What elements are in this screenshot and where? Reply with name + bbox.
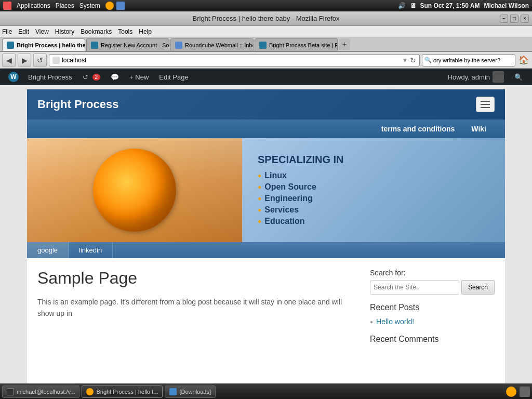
url-favicon xyxy=(52,57,60,64)
window-controls[interactable]: − □ × xyxy=(500,15,529,23)
url-input[interactable] xyxy=(62,57,400,64)
browser-search-input[interactable] xyxy=(433,57,513,63)
wp-search-button[interactable]: 🔍 xyxy=(509,69,528,85)
hamburger-button[interactable] xyxy=(476,97,495,112)
browser-search-bar[interactable]: 🔍 xyxy=(422,54,515,66)
username: Michael Wilson xyxy=(484,2,529,9)
volume-icon: 🔊 xyxy=(398,2,406,9)
new-tab-button[interactable]: + xyxy=(339,38,350,50)
sidebar-search-row: Search xyxy=(370,280,495,295)
edit-page-label: Edit Page xyxy=(159,73,188,81)
forward-button[interactable]: ▶ xyxy=(18,54,31,67)
os-icons xyxy=(105,2,125,10)
os-app-icon xyxy=(3,2,11,10)
close-button[interactable]: × xyxy=(521,15,529,23)
wp-comments-button[interactable]: 💬 xyxy=(105,69,124,85)
back-button[interactable]: ◀ xyxy=(2,54,16,67)
browser-titlebar: Bright Process | hello there baby - Mozi… xyxy=(0,11,532,26)
hero-item-engineering: ●Engineering xyxy=(258,193,495,204)
system-menu[interactable]: System xyxy=(79,2,100,9)
comments-icon: 💬 xyxy=(111,73,119,81)
history-menu[interactable]: History xyxy=(55,28,74,35)
systray-dl-icon[interactable] xyxy=(520,387,530,397)
wp-logo-button[interactable]: W xyxy=(4,69,23,85)
tab-bright-process-hello[interactable]: Bright Process | hello there ... ✕ xyxy=(2,38,85,51)
page-excerpt: This is an example page. It's different … xyxy=(37,296,360,320)
os-bar-left: Applications Places System xyxy=(3,2,125,10)
tab-roundcube[interactable]: Roundcube Webmail :: Inbox ✕ xyxy=(170,38,254,51)
wp-adminbar: W Bright Process ↺ 2 💬 + New Edit Page H… xyxy=(0,69,532,85)
datetime: Sun Oct 27, 1:50 AM xyxy=(420,2,480,9)
tab-icon xyxy=(91,42,98,49)
wp-edit-page-button[interactable]: Edit Page xyxy=(154,69,193,85)
places-menu[interactable]: Places xyxy=(56,2,74,9)
taskbar-downloads[interactable]: [Downloads] xyxy=(165,385,216,398)
link-bar-google[interactable]: google xyxy=(27,242,69,258)
website-content: Bright Process terms and conditions Wiki… xyxy=(27,89,505,383)
firefox-taskbar-icon xyxy=(86,388,94,395)
tab-label: Register New Account - So... xyxy=(101,42,169,48)
howdy-label: Howdy, admin xyxy=(448,73,490,81)
tab-bright-process-beta[interactable]: Bright Process Beta site | F... ✕ xyxy=(255,38,338,51)
sidebar-search-input[interactable] xyxy=(370,280,459,295)
bullet-icon: ● xyxy=(258,183,261,191)
tab-register[interactable]: Register New Account - So... ✕ xyxy=(86,38,169,51)
browser-navbar: ◀ ▶ ↺ ▼ ↻ 🔍 🏠 xyxy=(0,52,532,69)
link-bar-linkedin[interactable]: linkedin xyxy=(69,242,113,258)
wp-site-name[interactable]: Bright Process xyxy=(23,69,77,85)
nav-wiki[interactable]: Wiki xyxy=(463,119,495,138)
tab-icon xyxy=(7,42,14,49)
updates-icon: ↺ xyxy=(83,73,88,81)
maximize-button[interactable]: □ xyxy=(510,15,518,23)
site-header: Bright Process xyxy=(27,89,505,119)
hero-item-linux: ●Linux xyxy=(258,170,495,181)
search-label: Search for: xyxy=(370,269,495,277)
search-icon: 🔍 xyxy=(514,73,523,81)
nav-terms[interactable]: terms and conditions xyxy=(373,119,463,138)
home-button[interactable]: 🏠 xyxy=(517,54,530,66)
tab-label: Bright Process Beta site | F... xyxy=(269,42,338,48)
main-content-left: Sample Page This is an example page. It'… xyxy=(37,269,360,348)
browser-tabs: Bright Process | hello there ... ✕ Regis… xyxy=(0,37,532,52)
reload-button[interactable]: ↺ xyxy=(33,54,47,67)
link-bar: google linkedin xyxy=(27,242,505,258)
hero-content-right: SPECIALIZING IN ●Linux ●Open Source ●Eng… xyxy=(242,138,505,242)
view-menu[interactable]: View xyxy=(35,28,49,35)
recent-posts-list: ● Hello world! xyxy=(370,316,495,327)
mail-icon xyxy=(116,2,125,10)
downloads-icon xyxy=(169,388,177,395)
wp-icon: W xyxy=(8,72,19,82)
minimize-button[interactable]: − xyxy=(500,15,508,23)
hello-world-link[interactable]: Hello world! xyxy=(376,317,414,326)
site-name-label: Bright Process xyxy=(28,73,72,81)
updates-badge: 2 xyxy=(92,74,101,81)
refresh-icon[interactable]: ↻ xyxy=(410,56,416,64)
hero-item-opensrc: ●Open Source xyxy=(258,181,495,193)
url-bar[interactable]: ▼ ↻ xyxy=(49,54,420,66)
bookmarks-menu[interactable]: Bookmarks xyxy=(81,28,112,35)
recent-comments-title: Recent Comments xyxy=(370,335,495,344)
hamburger-line xyxy=(481,104,490,105)
edit-menu[interactable]: Edit xyxy=(18,28,29,35)
systray-firefox-icon[interactable] xyxy=(506,387,516,397)
bullet-icon: ● xyxy=(258,206,261,214)
list-item: ● Hello world! xyxy=(370,316,495,327)
wp-howdy-button[interactable]: Howdy, admin xyxy=(443,69,509,85)
os-top-bar: Applications Places System 🔊 🖥 Sun Oct 2… xyxy=(0,0,532,11)
hero-specializing-title: SPECIALIZING IN xyxy=(258,154,495,166)
file-menu[interactable]: File xyxy=(2,28,12,35)
applications-menu[interactable]: Applications xyxy=(17,2,50,9)
tools-menu[interactable]: Tools xyxy=(118,28,132,35)
help-menu[interactable]: Help xyxy=(139,28,152,35)
taskbar-terminal-label: michael@localhost:/v... xyxy=(17,389,75,395)
site-title: Bright Process xyxy=(37,98,119,111)
taskbar-terminal[interactable]: michael@localhost:/v... xyxy=(2,385,79,398)
wp-new-button[interactable]: + New xyxy=(124,69,154,85)
recent-posts-title: Recent Posts xyxy=(370,303,495,312)
wp-updates-button[interactable]: ↺ 2 xyxy=(77,69,106,85)
taskbar-firefox[interactable]: Bright Process | hello t... xyxy=(82,385,163,398)
tab-label: Bright Process | hello there ... xyxy=(17,42,85,48)
url-dropdown-icon[interactable]: ▼ xyxy=(402,57,408,63)
taskbar-downloads-label: [Downloads] xyxy=(179,389,211,395)
sidebar-search-button[interactable]: Search xyxy=(461,280,495,295)
